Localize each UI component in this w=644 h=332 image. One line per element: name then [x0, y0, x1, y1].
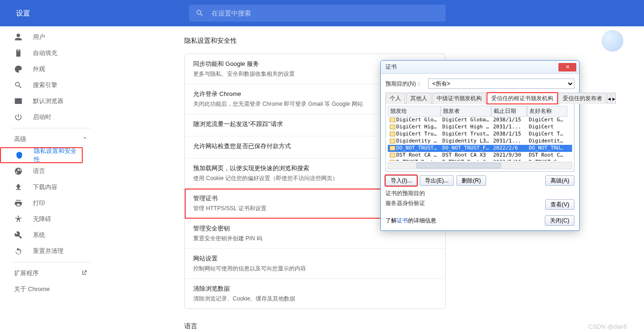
tab-personal[interactable]: 个人 — [385, 93, 405, 104]
sidebar-item-system[interactable]: 系统 — [0, 227, 102, 243]
globe-icon — [14, 167, 23, 175]
sidebar-item-label: 重置并清理 — [33, 247, 63, 255]
page-title: 设置 — [16, 9, 30, 18]
cert-purpose-heading: 证书的预期目的 — [385, 190, 574, 198]
delete-button[interactable]: 删除(R) — [456, 175, 486, 186]
tab-intermediate[interactable]: 中级证书颁发机构 — [432, 93, 486, 104]
horizontal-scrollbar[interactable] — [388, 162, 572, 169]
sidebar-item-label: 默认浏览器 — [33, 97, 63, 105]
svg-rect-0 — [15, 99, 22, 104]
row-title: 清除浏览数据 — [193, 285, 437, 293]
tab-scroll-right[interactable]: ▸ — [612, 93, 616, 104]
avatar[interactable] — [602, 30, 623, 52]
view-button[interactable]: 查看(V) — [545, 199, 574, 210]
dialog-title: 证书 — [385, 63, 558, 71]
sidebar-item-appearance[interactable]: 外观 — [0, 61, 102, 77]
learn-suffix: 的详细信息 — [408, 217, 436, 225]
person-icon — [14, 33, 23, 41]
col-expiry[interactable]: 截止日期 — [491, 106, 527, 117]
export-button[interactable]: 导出(E)... — [420, 175, 454, 186]
import-button[interactable]: 导入(I)... — [385, 175, 417, 186]
close-icon: ✕ — [565, 64, 570, 70]
sidebar-item-language[interactable]: 语言 — [0, 163, 102, 179]
palette-icon — [14, 65, 23, 73]
print-icon — [14, 199, 23, 207]
col-issued-by[interactable]: 颁发者 — [440, 106, 491, 117]
scrollbar-thumb[interactable] — [416, 163, 501, 168]
row-subtitle: 清除浏览记录、Cookie、缓存及其他数据 — [193, 295, 437, 303]
learn-prefix: 了解 — [385, 217, 397, 225]
sidebar-item-extensions[interactable]: 扩展程序 — [0, 265, 102, 281]
cert-row[interactable]: DO_NOT_TRUST_Fid...DO_NOT_TRUST_Fid...20… — [388, 145, 572, 152]
clipboard-icon — [14, 49, 23, 57]
sidebar-item-autofill[interactable]: 自动填充 — [0, 45, 102, 61]
wrench-icon — [14, 231, 23, 239]
sidebar-advanced-toggle[interactable]: 高级⌃ — [0, 131, 102, 147]
sidebar-item-reset[interactable]: 重置并清理 — [0, 243, 102, 259]
tab-scroll-left[interactable]: ◂ — [607, 93, 611, 104]
row-title: 网站设置 — [193, 254, 437, 263]
col-friendly[interactable]: 友好名称 — [527, 106, 567, 117]
sidebar-item-user[interactable]: 用户 — [0, 29, 102, 45]
sidebar-item-downloads[interactable]: 下载内容 — [0, 179, 102, 195]
sidebar-item-accessibility[interactable]: 无障碍 — [0, 211, 102, 227]
sidebar-item-label: 外观 — [33, 65, 45, 73]
row-site-settings[interactable]: 网站设置控制网站可使用的信息以及可向您显示的内容 — [185, 249, 445, 279]
sidebar-item-search-engine[interactable]: 搜索引擎 — [0, 77, 102, 93]
purpose-label: 预期目的(N)： — [385, 80, 422, 88]
sidebar-item-label: 用户 — [33, 33, 45, 41]
sidebar-item-privacy[interactable]: 隐私设置和安全性 — [0, 147, 83, 163]
sidebar-item-about[interactable]: 关于 Chrome — [0, 281, 102, 297]
sidebar-item-label: 搜索引擎 — [33, 81, 57, 89]
section-title-language: 语言 — [184, 322, 644, 331]
sidebar-item-label: 启动时 — [33, 113, 51, 121]
cert-row[interactable]: DigiCert Global ...DigiCert Global ...20… — [388, 117, 572, 124]
divider — [11, 128, 90, 128]
external-link-icon — [81, 269, 87, 277]
sidebar-item-label: 自动填充 — [33, 49, 57, 57]
cert-row[interactable]: Digidentity L3 R...Digidentity L3 R...20… — [388, 138, 572, 145]
col-issued-to[interactable]: 颁发给 — [388, 106, 440, 117]
shield-icon — [15, 151, 24, 159]
dialog-close-button[interactable]: 关闭(C) — [545, 215, 574, 226]
search-box[interactable] — [189, 5, 446, 22]
sidebar-item-print[interactable]: 打印 — [0, 195, 102, 211]
header-bar: 设置 — [0, 0, 644, 26]
sidebar-item-label: 无障碍 — [33, 215, 51, 223]
sidebar-item-label: 打印 — [33, 199, 45, 207]
sidebar-item-startup[interactable]: 启动时 — [0, 109, 102, 125]
cert-row[interactable]: DigiCert Trusted...DigiCert Trusted...20… — [388, 131, 572, 138]
magnify-icon — [14, 81, 23, 89]
section-title-privacy: 隐私设置和安全性 — [184, 37, 644, 45]
watermark: CSDN @dair6 — [588, 323, 627, 330]
cert-row[interactable]: DigiCert High As...DigiCert High As...20… — [388, 124, 572, 131]
search-input[interactable] — [212, 9, 439, 17]
close-button[interactable]: ✕ — [558, 63, 576, 71]
tab-trusted-publishers[interactable]: 受信任的发布者 — [558, 93, 606, 104]
download-icon — [14, 183, 23, 191]
purpose-select[interactable]: <所有> — [428, 79, 574, 89]
row-clear-data[interactable]: 清除浏览数据清除浏览记录、Cookie、缓存及其他数据 — [185, 279, 445, 308]
tab-bar: 个人 其他人 中级证书颁发机构 受信任的根证书颁发机构 受信任的发布者 ◂ ▸ — [385, 93, 574, 104]
certificates-dialog: 证书 ✕ 预期目的(N)： <所有> 个人 其他人 中级证书颁发机构 受信任的根… — [380, 60, 580, 231]
tab-others[interactable]: 其他人 — [406, 93, 432, 104]
sidebar-item-label: 高级 — [14, 135, 26, 143]
sidebar-item-default-browser[interactable]: 默认浏览器 — [0, 93, 102, 109]
search-icon — [196, 9, 204, 17]
restore-icon — [14, 247, 23, 255]
divider — [11, 262, 90, 262]
dialog-titlebar[interactable]: 证书 ✕ — [381, 61, 579, 74]
chevron-up-icon: ⌃ — [82, 136, 87, 143]
cert-row[interactable]: DST Root CA X3DST Root CA X32021/9/30DST… — [388, 152, 572, 159]
sidebar-item-label: 隐私设置和安全性 — [34, 147, 82, 164]
learn-cert-link[interactable]: 证书 — [397, 217, 408, 225]
sidebar-item-label: 扩展程序 — [14, 269, 39, 277]
sidebar-item-label: 系统 — [33, 231, 45, 239]
sidebar: 用户 自动填充 外观 搜索引擎 默认浏览器 启动时 高级⌃ 隐私设置和安全性 语… — [0, 26, 102, 332]
tab-trusted-root[interactable]: 受信任的根证书颁发机构 — [487, 93, 558, 104]
cert-row[interactable]: D-TRUST Root Cla...D-TRUST Root Cla...20… — [388, 159, 572, 161]
sidebar-item-label: 语言 — [33, 167, 45, 175]
row-subtitle: 控制网站可使用的信息以及可向您显示的内容 — [193, 265, 437, 273]
power-icon — [14, 113, 23, 121]
advanced-button[interactable]: 高级(A) — [545, 175, 574, 186]
